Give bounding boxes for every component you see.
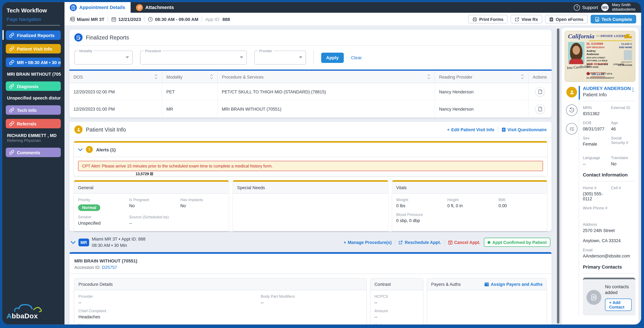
primary-contacts-empty: No contacts added + Add Contact xyxy=(605,284,632,311)
primary-contacts-title: Primary Contacts xyxy=(583,264,635,269)
history-tab-icon[interactable] xyxy=(566,104,578,116)
sort-icon xyxy=(210,74,213,79)
field-value xyxy=(583,211,635,216)
column-label: Procedure & Services xyxy=(222,74,264,79)
appt-confirmed-button[interactable]: Appt Confirmed by Patient xyxy=(484,238,550,247)
divider xyxy=(583,181,635,182)
date-label: 12/21/2023 xyxy=(118,17,141,22)
procedure-select[interactable]: Procedure xyxy=(140,51,247,65)
field-label: Is Pregnant xyxy=(129,197,180,202)
tech-complete-button[interactable]: Tech Complete xyxy=(590,15,636,24)
field-value: Unspecified xyxy=(78,220,129,225)
sidebar-item-tech-info[interactable]: Tech Info xyxy=(6,105,61,115)
patient-info-content: AUDREY ANDERSON Patient Info ⋮ MRNIDS136… xyxy=(579,86,635,315)
alert-icon: ! xyxy=(86,146,93,153)
view-pdf-button[interactable] xyxy=(535,104,545,114)
link-icon xyxy=(9,121,14,126)
add-contact-button[interactable]: + Add Contact xyxy=(605,298,632,311)
field-label: Body Part Modifiers xyxy=(261,294,362,299)
tab-appointment-details[interactable]: Appointment Details xyxy=(64,2,130,13)
patient-name-link[interactable]: AUDREY ANDERSON xyxy=(583,86,635,91)
column-header-dos[interactable]: DOS xyxy=(70,71,162,83)
report-icon xyxy=(74,33,82,42)
field-label: Amount xyxy=(374,309,419,313)
cell-dos: 12/20/2023 01:00 PM xyxy=(70,100,162,117)
link-label: Cancel Appt. xyxy=(454,240,480,245)
column-header-modality[interactable]: Modality xyxy=(162,71,218,83)
print-forms-button[interactable]: Print Forms xyxy=(468,15,508,24)
visit-questionnaire-link[interactable]: Visit Questionnaire xyxy=(501,127,546,132)
divider xyxy=(314,51,314,65)
sidebar-item-comments[interactable]: Comments xyxy=(6,148,61,157)
field-label: Weight xyxy=(396,197,447,202)
abbadox-logo: AbbaDox xyxy=(6,301,61,321)
manage-procedures-link[interactable]: + Manage Procedure(s) xyxy=(344,240,392,245)
patient-tab-icon[interactable] xyxy=(566,87,577,97)
cell-provider: Nancy Henderson xyxy=(435,83,528,100)
view-pdf-button[interactable] xyxy=(535,87,545,96)
sidebar-item-finalized-reports[interactable]: Finalized Reports xyxy=(6,31,61,40)
finalized-reports-header: Finalized Reports xyxy=(70,30,552,45)
field-label: Source (Scheduled by) xyxy=(129,215,225,219)
alerts-toggle[interactable]: ! Alerts (1) xyxy=(74,143,547,157)
column-header-reading-provider[interactable]: Reading Provider xyxy=(435,71,528,83)
sidebar-item-patient-visit-info[interactable]: Patient Visit Info xyxy=(6,44,61,54)
tab-attachments[interactable]: Attachments xyxy=(130,2,179,13)
wallet-icon xyxy=(484,282,489,287)
visit-header-links: + Edit Patient Visit Info Visit Question… xyxy=(447,127,546,132)
scrollbar-thumb[interactable] xyxy=(557,28,559,324)
location-label: Miami MR 3T xyxy=(77,17,104,22)
provider-select[interactable]: Provider xyxy=(254,51,306,65)
sidebar-item-referrals[interactable]: Referrals xyxy=(6,119,61,128)
column-header-procedure[interactable]: Procedure & Services xyxy=(218,71,435,83)
patient-side-panel: California USA DRIVER LICENSE Im xyxy=(560,26,641,324)
clear-button[interactable]: Clear xyxy=(351,55,362,60)
cloud-icon xyxy=(12,303,50,312)
field-label: Units xyxy=(374,323,419,324)
field-value: 0 sbp, 0 dbp xyxy=(396,218,543,223)
active-nav-indicator xyxy=(2,30,4,40)
open-eforms-button[interactable]: Open eForms xyxy=(545,15,588,24)
patient-side-card: California USA DRIVER LICENSE Im xyxy=(562,28,639,324)
accession-link[interactable]: D25757 xyxy=(102,265,117,270)
patient-info-section: AUDREY ANDERSON Patient Info ⋮ MRNIDS136… xyxy=(565,86,635,315)
kebab-menu-icon[interactable]: ⋮ xyxy=(630,87,636,93)
user-org: abbadoxdemo xyxy=(612,8,636,12)
assign-payers-link[interactable]: Assign Payers and Auths xyxy=(484,282,542,287)
sidebar-item-diagnosis[interactable]: Diagnosis xyxy=(6,81,61,91)
cancel-appt-link[interactable]: Cancel Appt. xyxy=(448,240,480,245)
field-label: Home # xyxy=(583,186,611,190)
edit-patient-visit-info-link[interactable]: + Edit Patient Visit Info xyxy=(447,127,494,132)
field-label: Email xyxy=(583,248,635,252)
divider xyxy=(74,157,547,157)
location-item: Miami MR 3T xyxy=(70,17,104,22)
reschedule-appt-link[interactable]: Reschedule Appt. xyxy=(398,240,441,245)
card-title: Procedure Details xyxy=(78,282,113,287)
divider xyxy=(395,239,396,245)
priority-badge: Normal xyxy=(78,204,100,211)
time-label: 08:30 AM - 09:00 AM xyxy=(155,17,198,22)
plus-icon: + xyxy=(447,127,450,132)
apply-button[interactable]: Apply xyxy=(321,53,344,63)
card-title: Vitals xyxy=(392,182,547,194)
mr-duration: 30 Min xyxy=(114,243,127,248)
general-body: Priority Normal Is Pregnant No xyxy=(74,194,229,231)
sidebar-item-label: Diagnosis xyxy=(17,84,38,89)
procedure-card: MRI BRAIN WITHOUT (70551) Accession ID: … xyxy=(70,252,552,324)
chevron-down-icon[interactable] xyxy=(70,240,76,244)
sidebar-item-mr-appointment[interactable]: MR • 08:30 AM • 30 min xyxy=(6,58,61,67)
checklist-tab-icon[interactable] xyxy=(566,123,578,135)
button-label: Tech Complete xyxy=(602,17,632,22)
support-button[interactable]: ? Support xyxy=(574,4,598,11)
link-icon xyxy=(9,33,14,38)
view-rx-button[interactable]: View Rx xyxy=(510,15,542,24)
accession-label: Accession ID: xyxy=(74,265,101,270)
user-avatar[interactable]: MS xyxy=(601,4,608,11)
license-dd: DD 00/00/0000NNNAN/ANFD/YY xyxy=(586,77,624,80)
license-sex: SEX F xyxy=(586,63,592,65)
license-class: CLASS C xyxy=(618,42,632,46)
table-header-row: DOS Modality Procedure & Services xyxy=(70,71,552,83)
divider xyxy=(144,16,145,22)
field-value: 0 lbs xyxy=(396,203,447,208)
modality-select[interactable]: Modality xyxy=(74,51,133,65)
